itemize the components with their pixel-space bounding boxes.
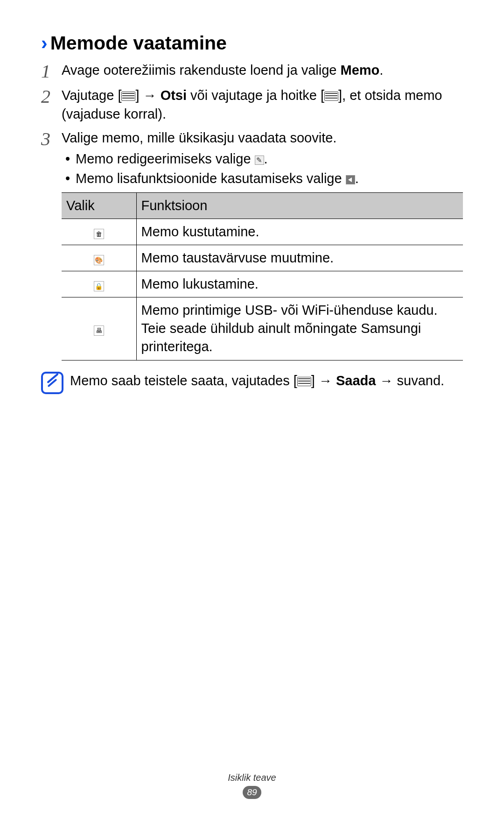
text: → suvand. bbox=[376, 373, 444, 388]
text-bold: Otsi bbox=[161, 88, 187, 103]
palette-icon: 🎨 bbox=[94, 255, 104, 265]
text: . bbox=[355, 171, 359, 186]
step-number: 2 bbox=[41, 86, 62, 123]
option-icon-cell: 🔒 bbox=[62, 271, 136, 297]
option-icon-cell: 🗑 bbox=[62, 219, 136, 245]
text: Valige memo, mille üksikasju vaadata soo… bbox=[62, 130, 336, 145]
heading-text: Memode vaatamine bbox=[50, 32, 227, 54]
table-row: 🗑 Memo kustutamine. bbox=[62, 219, 463, 245]
table-row: 🎨 Memo taustavärvuse muutmine. bbox=[62, 245, 463, 271]
note-body: Memo saab teistele saata, vajutades [] →… bbox=[70, 372, 444, 394]
option-icon-cell: 🖶 bbox=[62, 297, 136, 360]
text: ] → bbox=[135, 88, 160, 103]
step-body: Avage ooterežiimis rakenduste loend ja v… bbox=[62, 61, 463, 81]
table-row: 🖶 Memo printimige USB- või WiFi-ühenduse… bbox=[62, 297, 463, 360]
table-header-row: Valik Funktsioon bbox=[62, 192, 463, 219]
page-number-badge: 89 bbox=[243, 786, 261, 799]
chevron-right-icon: › bbox=[41, 32, 48, 54]
text: Vajutage [ bbox=[62, 88, 121, 103]
list-item: Memo redigeerimiseks valige . bbox=[62, 149, 463, 168]
text: Memo saab teistele saata, vajutades [ bbox=[70, 373, 297, 388]
printer-icon: 🖶 bbox=[94, 325, 104, 336]
step-body: Valige memo, mille üksikasju vaadata soo… bbox=[62, 129, 463, 360]
col-header-option: Valik bbox=[62, 192, 136, 219]
option-icon-cell: 🎨 bbox=[62, 245, 136, 271]
function-cell: Memo kustutamine. bbox=[136, 219, 463, 245]
triangle-left-icon bbox=[346, 175, 355, 184]
function-cell: Memo printimige USB- või WiFi-ühenduse k… bbox=[136, 297, 463, 360]
step-2: 2 Vajutage [] → Otsi või vajutage ja hoi… bbox=[41, 86, 463, 123]
lock-icon: 🔒 bbox=[94, 281, 104, 291]
list-item: Memo lisafunktsioonide kasutamiseks vali… bbox=[62, 169, 463, 188]
text-bold: Saada bbox=[336, 373, 376, 388]
text: ] → bbox=[311, 373, 336, 388]
text: Memo redigeerimiseks valige bbox=[76, 151, 255, 166]
function-cell: Memo taustavärvuse muutmine. bbox=[136, 245, 463, 271]
text: . bbox=[264, 151, 268, 166]
step-body: Vajutage [] → Otsi või vajutage ja hoitk… bbox=[62, 86, 463, 123]
note-icon bbox=[41, 372, 63, 394]
bullet-list: Memo redigeerimiseks valige . Memo lisaf… bbox=[62, 149, 463, 188]
step-3: 3 Valige memo, mille üksikasju vaadata s… bbox=[41, 129, 463, 360]
menu-key-icon bbox=[121, 92, 135, 101]
options-table: Valik Funktsioon 🗑 Memo kustutamine. 🎨 M… bbox=[62, 192, 463, 360]
trash-icon: 🗑 bbox=[94, 229, 104, 239]
text-bold: Memo bbox=[341, 63, 380, 78]
text: või vajutage ja hoitke [ bbox=[187, 88, 324, 103]
page-footer: Isiklik teave 89 bbox=[0, 772, 504, 799]
step-1: 1 Avage ooterežiimis rakenduste loend ja… bbox=[41, 61, 463, 81]
col-header-function: Funktsioon bbox=[136, 192, 463, 219]
text: . bbox=[379, 63, 383, 78]
text: Memo lisafunktsioonide kasutamiseks vali… bbox=[76, 171, 346, 186]
function-cell: Memo lukustamine. bbox=[136, 271, 463, 297]
menu-key-icon bbox=[324, 92, 338, 101]
step-number: 1 bbox=[41, 61, 62, 81]
footer-section-label: Isiklik teave bbox=[0, 772, 504, 783]
menu-key-icon bbox=[297, 377, 311, 386]
section-heading: ›Memode vaatamine bbox=[41, 32, 463, 55]
text: Avage ooterežiimis rakenduste loend ja v… bbox=[62, 63, 341, 78]
table-row: 🔒 Memo lukustamine. bbox=[62, 271, 463, 297]
note-block: Memo saab teistele saata, vajutades [] →… bbox=[41, 372, 463, 394]
edit-icon bbox=[255, 156, 264, 165]
step-number: 3 bbox=[41, 129, 62, 360]
